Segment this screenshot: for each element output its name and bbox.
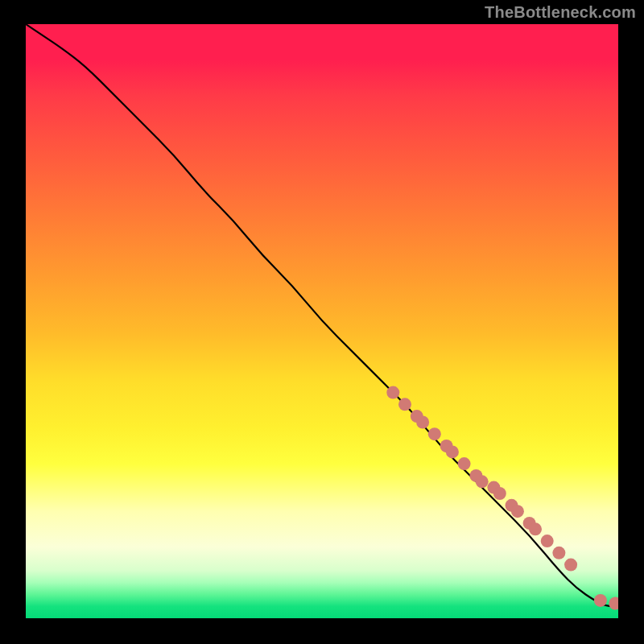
scatter-point <box>552 547 565 559</box>
chart-stage: TheBottleneck.com <box>0 0 644 644</box>
scatter-point <box>428 427 441 440</box>
scatter-point <box>511 505 524 518</box>
chart-svg <box>26 24 618 618</box>
scatter-layer <box>386 386 618 610</box>
attribution-label: TheBottleneck.com <box>485 3 636 22</box>
scatter-point <box>416 416 429 429</box>
scatter-point <box>493 487 506 500</box>
scatter-point <box>564 559 577 572</box>
scatter-point <box>609 597 618 610</box>
scatter-point <box>386 386 399 399</box>
scatter-point <box>398 398 411 411</box>
scatter-point <box>458 457 471 470</box>
scatter-point <box>541 535 554 547</box>
scatter-point <box>446 445 459 458</box>
scatter-point <box>476 475 489 488</box>
scatter-point <box>594 594 607 607</box>
plot-area <box>26 24 618 618</box>
scatter-point <box>529 522 542 535</box>
